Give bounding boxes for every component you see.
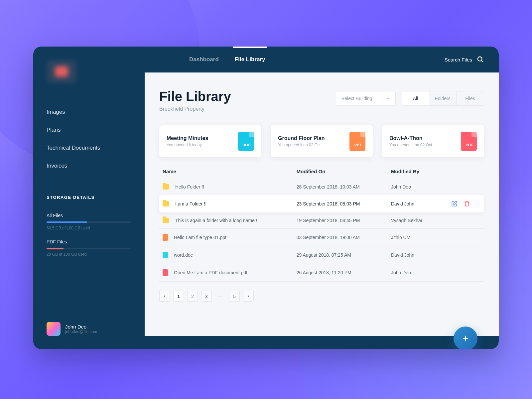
building-select-label: Select Building — [341, 96, 372, 101]
filter-all[interactable]: All — [402, 91, 429, 105]
plus-icon — [461, 334, 470, 343]
row-by: David John — [391, 252, 451, 258]
content: File Library Brookfield Property Select … — [145, 72, 499, 349]
folder-icon — [163, 201, 169, 206]
user-profile[interactable]: John Deo johndeo@file.com — [33, 322, 145, 349]
card-sub: You opened it on 02 Oct — [278, 143, 325, 147]
storage-title: STORAGE DETAILS — [47, 195, 131, 204]
filter-folders[interactable]: Folders — [429, 91, 457, 105]
storage-all-sub: 50.5 GB of 100 GB used — [47, 226, 131, 230]
row-modified: 03 September 2018, 19:00 AM — [297, 235, 391, 240]
header: Dashboard File Library Search Files — [145, 47, 499, 72]
table-row[interactable]: I am a Folder !! 23 September 2018, 08:0… — [159, 195, 484, 212]
row-modified: 19 September 2018, 04:45 PM — [297, 218, 391, 223]
sidebar-item-technical-documents[interactable]: Technical Documents — [33, 139, 145, 157]
filter-segment: All Folders Files — [402, 91, 484, 106]
recent-cards: Meeting Minutes You opened it today .DOC… — [159, 125, 484, 157]
storage-all-label: All Files — [47, 213, 131, 218]
table-row[interactable]: Open Me I am a PDF document.pdf 26 Augus… — [159, 264, 484, 282]
search-button[interactable]: Search Files — [445, 56, 484, 63]
row-modified: 28 September 2018, 10:03 AM — [297, 184, 391, 190]
svg-point-0 — [478, 57, 482, 61]
footer-strip — [145, 336, 499, 349]
recent-card[interactable]: Ground Floor Plan You opened it on 02 Oc… — [271, 125, 373, 157]
table-head: Name Modified On Modified By — [159, 169, 484, 179]
recent-card[interactable]: Bowl-A-Thon You opened it on 02 Oct .PDF — [382, 125, 484, 157]
folder-icon — [163, 184, 169, 190]
user-name: John Deo — [65, 324, 97, 330]
sidebar-item-plans[interactable]: Plans — [33, 121, 145, 139]
storage-pdf-bar — [47, 248, 131, 249]
tab-dashboard[interactable]: Dashboard — [188, 47, 220, 72]
col-name: Name — [163, 169, 297, 174]
table-row[interactable]: Hello Folder !! 28 September 2018, 10:03… — [159, 179, 484, 195]
row-by: David John — [391, 201, 451, 206]
card-title: Ground Floor Plan — [278, 135, 325, 141]
chevron-down-icon — [385, 96, 390, 101]
card-title: Bowl-A-Thon — [389, 135, 432, 141]
pager-prev[interactable] — [159, 291, 170, 302]
row-modified: 23 September 2018, 08:03 PM — [297, 201, 391, 206]
row-by: Jithin UM — [391, 235, 451, 240]
logo-area — [33, 47, 145, 93]
col-by: Modified By — [391, 169, 451, 174]
page-subtitle: Brookfield Property — [159, 106, 484, 112]
row-by: John Deo — [391, 270, 451, 275]
sidebar-nav: Images Plans Technical Documents Invoice… — [33, 93, 145, 175]
folder-icon — [163, 218, 169, 223]
row-modified: 26 August 2018, 11:20 PM — [297, 270, 391, 275]
sidebar-item-images[interactable]: Images — [33, 103, 145, 121]
row-name: Hello I am file type 01.ppt — [174, 235, 226, 240]
storage-pdf-files: PDF Files 20 GB of 100 GB used — [47, 239, 131, 257]
pager-2[interactable]: 2 — [187, 291, 198, 302]
card-sub: You opened it on 02 Oct — [389, 143, 432, 147]
col-modified: Modified On — [297, 169, 391, 174]
storage-pdf-sub: 20 GB of 100 GB used — [47, 252, 131, 257]
add-button[interactable] — [454, 327, 477, 349]
ppt-icon — [163, 234, 168, 241]
row-name: Open Me I am a PDF document.pdf — [174, 270, 247, 275]
storage-pdf-label: PDF Files — [47, 239, 131, 244]
pager-dots: · · · — [215, 291, 226, 302]
search-icon — [477, 56, 484, 63]
file-table: Name Modified On Modified By Hello Folde… — [159, 169, 484, 282]
row-modified: 29 August 2018, 07:25 AM — [297, 252, 391, 258]
card-sub: You opened it today — [167, 143, 208, 147]
building-select[interactable]: Select Building — [336, 91, 396, 106]
logo — [47, 60, 76, 83]
pager-5[interactable]: 5 — [229, 291, 240, 302]
pdf-file-icon: .PDF — [461, 132, 477, 151]
pager-3[interactable]: 3 — [201, 291, 212, 302]
row-name: Hello Folder !! — [175, 184, 204, 190]
ppt-file-icon: .PPT — [349, 132, 365, 151]
app-window: Images Plans Technical Documents Invoice… — [33, 47, 499, 349]
storage-all-bar — [47, 221, 131, 223]
tabs: Dashboard File Library — [181, 47, 273, 72]
row-name: I am a Folder !! — [175, 201, 206, 206]
storage-details: STORAGE DETAILS All Files 50.5 GB of 100… — [33, 175, 145, 257]
table-row[interactable]: This is again a folder with a long name … — [159, 212, 484, 229]
table-row[interactable]: word.doc 29 August 2018, 07:25 AM David … — [159, 246, 484, 264]
svg-line-1 — [481, 61, 483, 62]
edit-icon[interactable] — [451, 200, 458, 207]
sidebar: Images Plans Technical Documents Invoice… — [33, 47, 145, 349]
tab-file-library[interactable]: File Library — [233, 47, 267, 72]
delete-icon[interactable] — [464, 200, 470, 207]
pager-next[interactable] — [243, 291, 254, 302]
row-name: word.doc — [174, 252, 193, 258]
pager-1[interactable]: 1 — [173, 291, 184, 302]
table-row[interactable]: Hello I am file type 01.ppt 03 September… — [159, 229, 484, 246]
main-area: Dashboard File Library Search Files File… — [145, 47, 499, 349]
card-title: Meeting Minutes — [167, 135, 208, 141]
pdf-icon — [163, 269, 168, 276]
doc-file-icon: .DOC — [238, 132, 254, 151]
search-label: Search Files — [445, 57, 472, 63]
recent-card[interactable]: Meeting Minutes You opened it today .DOC — [159, 125, 261, 157]
sidebar-item-invoices[interactable]: Invoices — [33, 157, 145, 175]
filter-files[interactable]: Files — [457, 91, 484, 105]
pagination: 1 2 3 · · · 5 — [159, 291, 484, 302]
doc-icon — [163, 252, 168, 258]
avatar — [47, 322, 61, 336]
user-email: johndeo@file.com — [65, 330, 97, 334]
top-controls: Select Building All Folders Files — [336, 91, 484, 106]
